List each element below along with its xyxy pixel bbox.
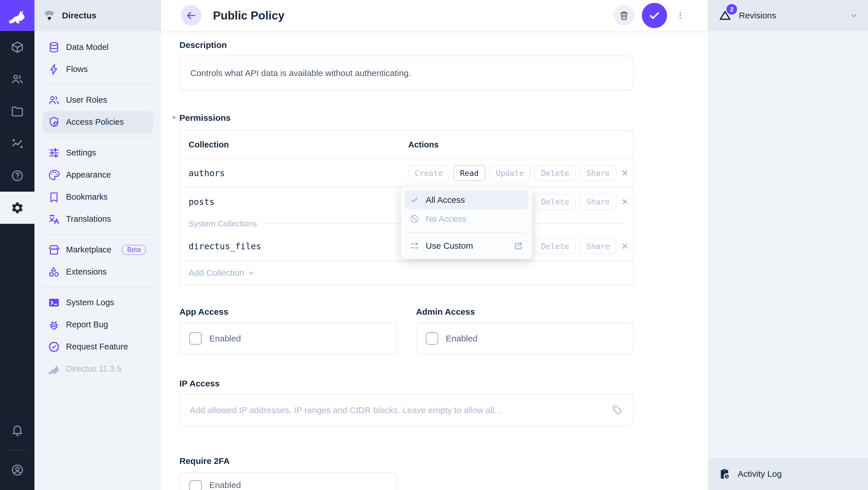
edited-dot (173, 116, 176, 119)
menu-item-all-access[interactable]: All Access (404, 191, 528, 209)
account-icon (11, 463, 24, 477)
nav-divider (42, 137, 153, 138)
revisions-label: Revisions (739, 11, 842, 20)
bolt-icon (48, 63, 60, 76)
storefront-icon (48, 243, 60, 256)
collection-name: directus_files (189, 241, 408, 251)
sidebar-item-system-logs[interactable]: System Logs (42, 292, 153, 314)
remove-collection-button[interactable] (620, 197, 629, 206)
delete-button[interactable] (614, 5, 634, 26)
sidebar-item-data-model[interactable]: Data Model (42, 36, 153, 58)
sidebar-item-marketplace[interactable]: MarketplaceBeta (42, 239, 153, 261)
back-button[interactable] (181, 5, 202, 26)
menu-item-no-access[interactable]: No Access (404, 209, 528, 228)
people-icon (11, 73, 24, 86)
settings-module[interactable] (0, 192, 34, 224)
gear-icon (11, 201, 24, 215)
require-2fa-checkbox[interactable] (189, 480, 202, 490)
folder-icon (11, 105, 24, 118)
sidebar-item-settings[interactable]: Settings (42, 142, 153, 164)
nav-divider (42, 84, 153, 85)
action-dropdown-menu: All AccessNo AccessUse Custom (401, 187, 532, 259)
app-access-box: Enabled (179, 323, 397, 355)
action-chip-update[interactable]: Update (489, 165, 531, 181)
sidebar-item-request-feature[interactable]: Request Feature (42, 336, 153, 358)
action-chip-share[interactable]: Share (580, 238, 616, 254)
files-module[interactable] (0, 95, 34, 127)
require-2fa-box: Enabled (179, 472, 397, 490)
action-chips: CreateReadUpdateDeleteShare (408, 165, 629, 181)
content-module[interactable] (0, 31, 34, 63)
save-button[interactable] (642, 3, 667, 28)
module-bar-spacer (0, 224, 34, 414)
system-collections-label: System Collections (189, 219, 257, 228)
action-chip-share[interactable]: Share (580, 194, 616, 210)
app-access-checkbox[interactable] (189, 332, 202, 345)
menu-item-label: All Access (426, 195, 465, 205)
more-options-button[interactable] (675, 7, 686, 24)
sidebar-item-extensions[interactable]: Extensions (42, 261, 153, 283)
sidebar-item-label: System Logs (66, 298, 114, 307)
sidebar-item-user-roles[interactable]: User Roles (42, 89, 153, 111)
description-field (179, 56, 633, 91)
chevron-down-icon[interactable] (848, 10, 859, 21)
revisions-count-badge: 2 (726, 4, 737, 14)
rabbit-icon (48, 363, 60, 375)
sidebar-item-access-policies[interactable]: Access Policies (42, 111, 153, 133)
sidebar-item-label: Appearance (66, 170, 111, 179)
menu-divider (407, 232, 526, 233)
notifications-button[interactable] (0, 414, 34, 446)
project-header[interactable]: Directus (34, 0, 161, 31)
module-bar-divider (9, 450, 26, 450)
back-arrow-icon (185, 10, 197, 21)
page-header: Public Policy (161, 0, 708, 31)
action-chip-delete[interactable]: Delete (534, 194, 576, 210)
action-chip-create[interactable]: Create (408, 165, 450, 181)
right-sidebar: 2 Revisions Activity Log (708, 0, 868, 490)
sidebar-item-translations[interactable]: Translations (42, 208, 153, 230)
insights-icon (11, 137, 24, 150)
remove-collection-button[interactable] (620, 168, 629, 177)
action-chip-delete[interactable]: Delete (534, 165, 576, 181)
app-access-checkbox-label: Enabled (209, 334, 241, 344)
sidebar-item-label: Extensions (66, 267, 107, 276)
sidebar-item-bookmarks[interactable]: Bookmarks (42, 186, 153, 208)
description-input[interactable] (190, 68, 623, 78)
users-module[interactable] (0, 63, 34, 95)
page-title: Public Policy (213, 9, 284, 22)
ip-access-input[interactable] (190, 405, 606, 415)
action-chip-share[interactable]: Share (580, 165, 616, 181)
menu-item-label: Use Custom (426, 241, 473, 251)
insights-module[interactable] (0, 127, 34, 160)
menu-item-use-custom[interactable]: Use Custom (404, 236, 528, 255)
nav-divider (42, 287, 153, 288)
sidebar-item-flows[interactable]: Flows (42, 58, 153, 80)
sidebar-item-label: Request Feature (66, 342, 128, 352)
sidebar-item-appearance[interactable]: Appearance (42, 164, 153, 186)
tune-icon (48, 146, 60, 159)
sidebar-item-label: Marketplace (66, 245, 112, 255)
remove-collection-button[interactable] (620, 241, 629, 251)
docs-module[interactable] (0, 160, 34, 192)
admin-access-label: Admin Access (416, 307, 633, 317)
ip-access-box (179, 394, 633, 426)
action-chip-delete[interactable]: Delete (534, 238, 576, 254)
tag-icon (612, 404, 623, 416)
activity-log-icon (718, 468, 731, 480)
sidebar-body (708, 31, 868, 458)
account-button[interactable] (0, 454, 34, 486)
activity-log-section[interactable]: Activity Log (708, 458, 868, 490)
main-content: Public Policy Description Permissions Co… (161, 0, 708, 490)
directus-logo[interactable] (0, 0, 34, 31)
action-chip-read[interactable]: Read (454, 165, 485, 181)
kebab-icon (675, 8, 685, 23)
people-icon (48, 94, 60, 106)
admin-access-checkbox[interactable] (426, 332, 438, 345)
sidebar-item-report-bug[interactable]: Report Bug (42, 314, 153, 336)
chevron-down-icon (247, 268, 255, 277)
menu-item-label: No Access (426, 214, 466, 224)
sidebar-item-label: Report Bug (66, 320, 108, 329)
version-info: Directus 11.3.5 (42, 358, 153, 380)
add-collection-button[interactable]: Add Collection (189, 268, 244, 278)
revisions-section[interactable]: 2 Revisions (708, 0, 868, 31)
